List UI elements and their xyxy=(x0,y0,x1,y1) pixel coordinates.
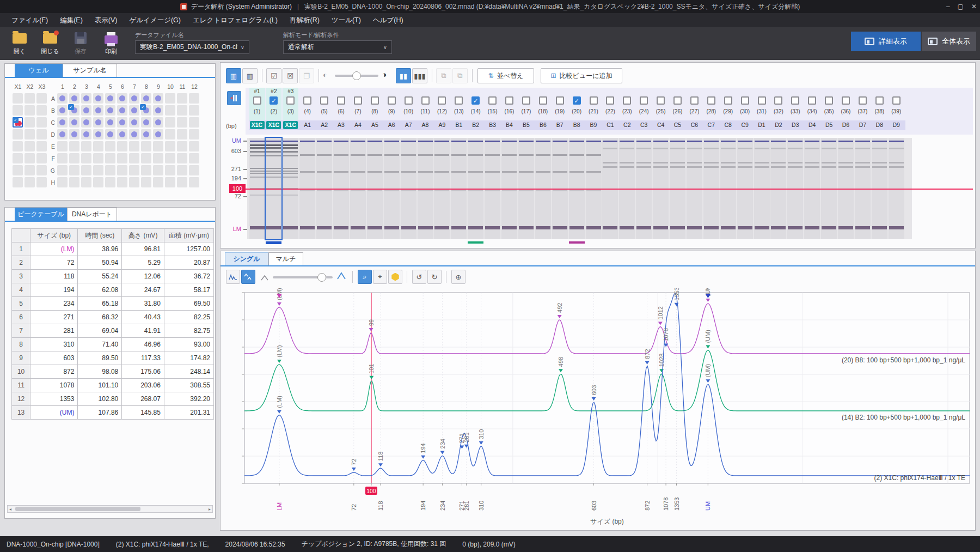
well-G8[interactable] xyxy=(141,165,151,175)
well-B11[interactable] xyxy=(177,105,187,116)
well-G1[interactable] xyxy=(57,165,68,175)
well-H1[interactable] xyxy=(57,177,68,187)
well-H9[interactable] xyxy=(153,177,163,187)
zoom-redo-button[interactable]: ↻ xyxy=(427,270,442,284)
well-C9[interactable] xyxy=(153,117,163,128)
well-B6[interactable] xyxy=(117,105,127,116)
well-A3[interactable] xyxy=(81,93,91,104)
menu-item-4[interactable]: エレクトロフェログラム(L) xyxy=(187,14,284,27)
contrast-slider-thumb[interactable] xyxy=(352,71,361,80)
well-E3[interactable] xyxy=(81,141,91,151)
table-row[interactable]: 728169.0441.9182.75 xyxy=(12,324,214,338)
well-B9[interactable] xyxy=(153,105,163,116)
gel-view-label-button[interactable]: ▥ xyxy=(226,68,241,83)
zoom-search-button[interactable]: ⌖ xyxy=(373,270,387,284)
peak-scale-slider-thumb[interactable] xyxy=(317,273,326,282)
lane-checkbox-36[interactable] xyxy=(842,96,850,105)
well-F4[interactable] xyxy=(93,153,103,163)
well-H12[interactable] xyxy=(189,177,199,187)
well-E6[interactable] xyxy=(117,141,127,151)
close-file-button[interactable]: 閉じる xyxy=(36,31,64,56)
well-D12[interactable] xyxy=(189,129,199,139)
well-D8[interactable] xyxy=(141,129,151,139)
gel-view-plain-button[interactable]: ▥ xyxy=(242,68,258,83)
well-H11[interactable] xyxy=(177,177,187,187)
well-X1E[interactable] xyxy=(13,141,23,151)
well-E2[interactable] xyxy=(69,141,79,151)
well-B1[interactable] xyxy=(57,105,68,116)
lane-checkbox-16[interactable] xyxy=(505,96,513,105)
well-C3[interactable] xyxy=(81,117,91,128)
well-X3H[interactable] xyxy=(36,177,47,187)
scroll-left-icon[interactable]: ◂ xyxy=(9,507,11,512)
layout-pair-button[interactable]: ▮▮ xyxy=(396,68,411,83)
well-B12[interactable] xyxy=(189,105,199,116)
well-C1[interactable] xyxy=(57,117,68,128)
well-X2F[interactable] xyxy=(24,153,35,163)
maximize-button[interactable]: ▢ xyxy=(958,3,964,10)
well-F9[interactable] xyxy=(153,153,163,163)
lane-checkbox-1[interactable] xyxy=(253,96,261,105)
lane-checkbox-20[interactable]: ✓ xyxy=(573,96,581,105)
table-row[interactable]: 1087298.08175.06248.14 xyxy=(12,365,214,379)
well-H7[interactable] xyxy=(129,177,139,187)
well-D2[interactable] xyxy=(69,129,79,139)
table-row[interactable]: 111078101.10203.06308.55 xyxy=(12,379,214,392)
well-B5[interactable] xyxy=(105,105,115,116)
select-all-lanes-button[interactable]: ☑ xyxy=(266,68,281,83)
lane-checkbox-3[interactable] xyxy=(286,96,295,105)
mode-select[interactable]: 通常解析 ∨ xyxy=(283,40,392,54)
well-X2H[interactable] xyxy=(24,177,35,187)
table-row[interactable]: 627168.3240.4382.25 xyxy=(12,311,214,324)
well-E8[interactable] xyxy=(141,141,151,151)
lane-checkbox-37[interactable] xyxy=(859,96,867,105)
lane-checkbox-38[interactable] xyxy=(875,96,884,105)
well-X2E[interactable] xyxy=(24,141,35,151)
add-trace-compare-button[interactable]: ⊕ xyxy=(451,270,465,284)
well-F10[interactable] xyxy=(165,153,175,163)
well-B7[interactable] xyxy=(129,105,139,116)
tab-peak-table[interactable]: ピークテーブル xyxy=(15,208,67,221)
layout-compact-button[interactable]: ▮▮▮ xyxy=(412,68,427,83)
well-C5[interactable] xyxy=(105,117,115,128)
add-to-compare-button[interactable]: ⊞ 比較ビューに追加 xyxy=(541,68,622,83)
zoom-undo-button[interactable]: ↺ xyxy=(412,270,426,284)
table-hscrollbar[interactable]: ◂ ▸ xyxy=(7,505,213,513)
well-F5[interactable] xyxy=(105,153,115,163)
well-C12[interactable] xyxy=(189,117,199,128)
lane-checkbox-6[interactable] xyxy=(337,96,345,105)
column-header-3[interactable]: 面積 (mV·μm) xyxy=(164,229,213,242)
well-F2[interactable] xyxy=(69,153,79,163)
lane-checkbox-24[interactable] xyxy=(640,96,648,105)
menu-item-0[interactable]: ファイル(F) xyxy=(5,14,54,27)
well-B4[interactable] xyxy=(93,105,103,116)
lane-checkbox-11[interactable] xyxy=(421,96,430,105)
lane-checkbox-29[interactable] xyxy=(724,96,732,105)
well-X3D[interactable] xyxy=(36,129,47,139)
table-row[interactable]: 121353102.80268.07392.20 xyxy=(12,392,214,406)
whole-view-button[interactable]: 全体表示 xyxy=(922,32,976,51)
lane-checkbox-31[interactable] xyxy=(758,96,766,105)
well-X3A[interactable] xyxy=(36,93,47,104)
deselect-lanes-button[interactable]: ☒ xyxy=(283,68,298,83)
well-C10[interactable] xyxy=(165,117,175,128)
well-G11[interactable] xyxy=(177,165,187,175)
lane-checkbox-5[interactable] xyxy=(320,96,328,105)
well-G3[interactable] xyxy=(81,165,91,175)
lane-checkbox-25[interactable] xyxy=(657,96,665,105)
well-F11[interactable] xyxy=(177,153,187,163)
lane-checkbox-8[interactable] xyxy=(371,96,379,105)
tab-multi[interactable]: マルチ xyxy=(268,252,303,265)
well-E5[interactable] xyxy=(105,141,115,151)
tab-single[interactable]: シングル xyxy=(225,252,268,265)
well-F6[interactable] xyxy=(117,153,127,163)
scroll-thumb[interactable] xyxy=(15,507,140,511)
well-X1F[interactable] xyxy=(13,153,23,163)
well-A1[interactable] xyxy=(57,93,68,104)
lane-checkbox-17[interactable] xyxy=(522,96,530,105)
well-D6[interactable] xyxy=(117,129,127,139)
lane-checkbox-27[interactable] xyxy=(690,96,699,105)
well-A8[interactable] xyxy=(141,93,151,104)
lane-checkbox-30[interactable] xyxy=(741,96,749,105)
menu-item-2[interactable]: 表示(V) xyxy=(89,14,124,27)
